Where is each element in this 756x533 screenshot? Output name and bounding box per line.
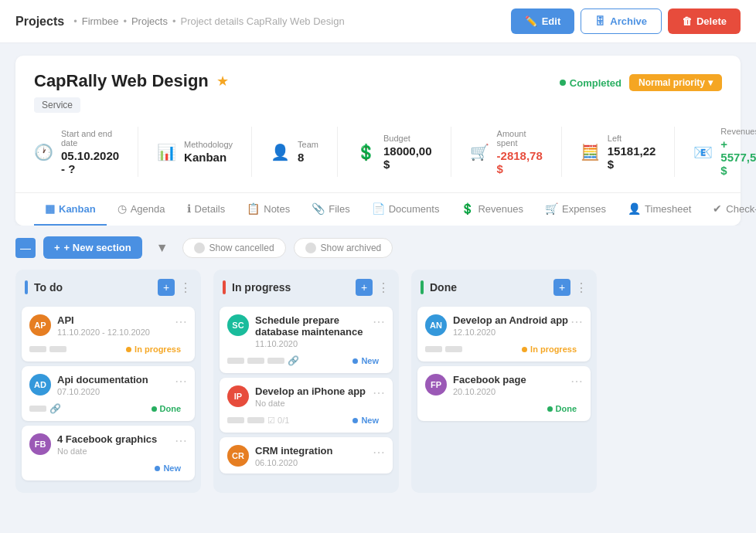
stats-row: 🕐 Start and end date 05.10.2020 - ? 📊 Me… <box>34 127 722 185</box>
project-title: CapRally Web Design <box>34 71 209 91</box>
card-date: 11.10.2020 - 12.10.2020 <box>57 328 150 337</box>
inprogress-more-button[interactable]: ⋮ <box>377 280 390 295</box>
stat-budget: 💲 Budget 18000,00 $ <box>356 127 451 177</box>
col-todo-header: To do + ⋮ <box>15 270 201 302</box>
avatar: AP <box>29 314 51 336</box>
chevron-down-icon: ▾ <box>708 77 713 88</box>
card-iphone-app: IP Develop an iPhone app No date ⋯ ☑ 0/1… <box>220 378 393 433</box>
breadcrumb: Projects • Firmbee • Projects • Project … <box>15 15 345 29</box>
todo-indicator <box>25 280 28 294</box>
new-section-button[interactable]: + + New section <box>43 236 142 259</box>
card-title: Api documentation <box>57 374 148 385</box>
status-badge: New <box>346 414 385 426</box>
cart-icon: 🛒 <box>470 143 489 161</box>
filter-icon: ▼ <box>156 241 169 254</box>
archived-toggle-circle <box>305 243 316 253</box>
header-actions: ✏️ Edit 🗄 Archive 🗑 Delete <box>511 8 741 34</box>
status-row: Completed Normal priority ▾ <box>560 74 722 91</box>
mini-bar-icon <box>227 417 244 423</box>
status-badge: Done <box>145 402 188 415</box>
collapse-button[interactable]: — <box>15 238 36 258</box>
edit-button[interactable]: ✏️ Edit <box>511 8 575 34</box>
card-title: Develop an iPhone app <box>255 385 366 397</box>
priority-badge[interactable]: Normal priority ▾ <box>629 74 722 91</box>
card-mini-icons: ☑ 0/1 <box>227 416 289 426</box>
todo-more-button[interactable]: ⋮ <box>179 280 192 295</box>
col-todo-title: To do <box>34 281 63 294</box>
completed-dot <box>560 80 566 86</box>
show-archived-toggle[interactable]: Show archived <box>294 238 393 258</box>
stat-methodology: 📊 Methodology Kanban <box>157 127 252 177</box>
card-more-button[interactable]: ⋯ <box>570 314 583 329</box>
tab-kanban[interactable]: ▦Kanban <box>34 193 107 226</box>
link-icon: 🔗 <box>288 355 299 366</box>
card-date: No date <box>255 399 366 408</box>
card-more-button[interactable]: ⋯ <box>373 385 385 400</box>
mini-bar-icon <box>227 358 244 364</box>
status-dot <box>522 347 527 352</box>
mini-bar-icon <box>29 406 46 412</box>
archive-button[interactable]: 🗄 Archive <box>581 8 662 34</box>
top-header: Projects • Firmbee • Projects • Project … <box>0 0 756 43</box>
details-icon: ℹ <box>187 202 191 215</box>
filter-button[interactable]: ▼ <box>150 238 175 258</box>
card-crm: CR CRM integration 06.10.2020 ⋯ <box>220 437 393 474</box>
show-cancelled-toggle[interactable]: Show cancelled <box>182 238 286 258</box>
card-more-button[interactable]: ⋯ <box>175 374 187 389</box>
mini-bar2-icon <box>247 358 264 364</box>
breadcrumb-projects[interactable]: Projects <box>131 15 168 27</box>
tab-expenses[interactable]: 🛒Expenses <box>534 193 617 226</box>
tabs-row: ▦Kanban ◷Agenda ℹDetails 📋Notes 📎Files 📄… <box>15 192 741 226</box>
card-title: CRM integration <box>255 445 332 457</box>
calc-icon: 🧮 <box>581 143 600 161</box>
app-name: Projects <box>15 15 64 29</box>
card-more-button[interactable]: ⋯ <box>175 433 187 448</box>
tab-revenues[interactable]: 💲Revenues <box>450 193 534 226</box>
mini-bar3-icon <box>267 358 284 364</box>
card-more-button[interactable]: ⋯ <box>373 445 385 460</box>
archive-icon: 🗄 <box>595 15 605 27</box>
done-indicator <box>421 280 424 294</box>
agenda-icon: ◷ <box>117 202 127 215</box>
card-more-button[interactable]: ⋯ <box>175 314 187 329</box>
tab-files[interactable]: 📎Files <box>301 193 360 226</box>
tab-documents[interactable]: 📄Documents <box>361 193 451 226</box>
check-icon: ☑ 0/1 <box>267 416 289 426</box>
tab-agenda[interactable]: ◷Agenda <box>107 193 176 226</box>
card-more-button[interactable]: ⋯ <box>570 374 583 389</box>
card-more-button[interactable]: ⋯ <box>373 314 385 329</box>
avatar: AD <box>29 374 51 396</box>
tab-details[interactable]: ℹDetails <box>176 193 237 226</box>
kanban-icon: ▦ <box>45 202 55 215</box>
breadcrumb-firmbee[interactable]: Firmbee <box>82 15 119 27</box>
mini-bar2-icon <box>445 346 462 352</box>
status-badge: In progress <box>516 343 583 355</box>
tab-notes[interactable]: 📋Notes <box>236 193 301 226</box>
notes-icon: 📋 <box>247 202 260 215</box>
todo-add-button[interactable]: + <box>158 279 175 296</box>
col-inprogress-title: In progress <box>232 281 291 294</box>
stat-team: 👤 Team 8 <box>271 127 338 177</box>
tab-checkins[interactable]: ✔Check-ins <box>702 193 756 226</box>
status-dot <box>152 406 157 412</box>
chart-icon: 📊 <box>157 143 176 161</box>
timesheet-icon: 👤 <box>628 202 641 215</box>
stat-left: 🧮 Left 15181,22 $ <box>581 127 676 177</box>
avatar: IP <box>227 385 249 407</box>
breadcrumb-detail: Project details CapRally Web Design <box>180 15 344 27</box>
card-title: 4 Facebook graphics <box>57 433 157 445</box>
card-title: Facebook page <box>453 374 526 385</box>
tab-timesheet[interactable]: 👤Timesheet <box>617 193 702 226</box>
inprogress-indicator <box>223 280 226 294</box>
inprogress-add-button[interactable]: + <box>356 279 373 296</box>
delete-button[interactable]: 🗑 Delete <box>668 8 741 34</box>
card-facebook-page: FP Facebook page 20.10.2020 ⋯ Done <box>417 366 591 421</box>
status-dot <box>547 406 553 412</box>
card-date: 07.10.2020 <box>57 387 148 396</box>
column-done: Done + ⋮ AN Develop an Android app 12.10… <box>411 270 597 493</box>
kanban-toolbar: — + + New section ▼ Show cancelled Show … <box>0 226 756 270</box>
status-badge: Done <box>541 402 584 415</box>
done-more-button[interactable]: ⋮ <box>575 280 587 295</box>
done-add-button[interactable]: + <box>553 279 570 296</box>
status-badge: New <box>148 462 187 474</box>
